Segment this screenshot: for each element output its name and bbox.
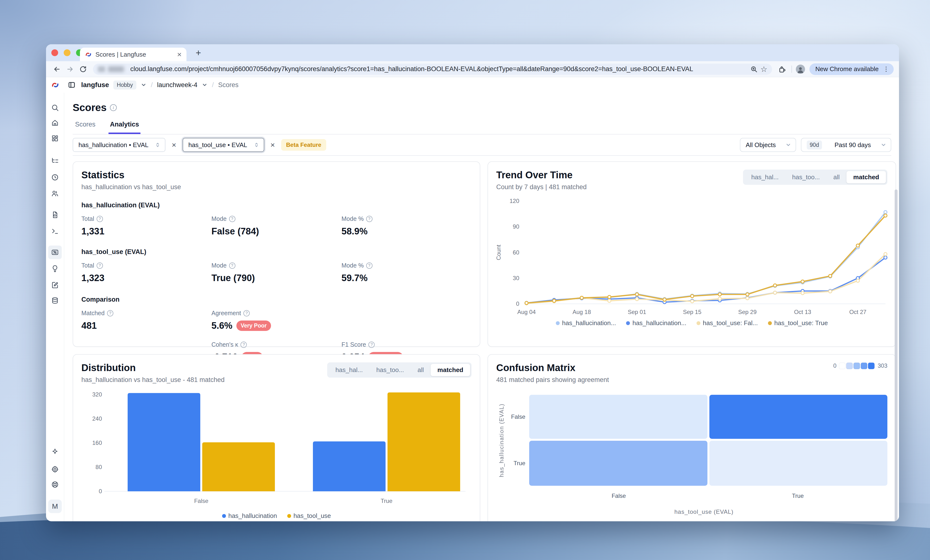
new-chrome-available-button[interactable]: New Chrome available ⋮ <box>809 63 894 75</box>
new-tab-button[interactable]: + <box>193 48 203 58</box>
distribution-tab-all[interactable]: all <box>411 364 431 376</box>
remove-score2-button[interactable]: × <box>269 141 277 149</box>
help-icon[interactable]: ? <box>243 310 250 316</box>
help-icon[interactable]: ? <box>229 216 236 222</box>
trend-title: Trend Over Time <box>496 170 587 181</box>
confusion-cell-True-False <box>529 441 707 486</box>
project-name[interactable]: launchweek-4 <box>157 81 197 89</box>
svg-text:30: 30 <box>513 275 519 281</box>
help-icon[interactable]: ? <box>366 262 373 269</box>
svg-text:Oct 27: Oct 27 <box>849 309 867 315</box>
remove-score1-button[interactable]: × <box>170 141 178 149</box>
help-icon[interactable]: ? <box>229 262 236 269</box>
svg-text:False: False <box>194 498 208 504</box>
distribution-chart: 080160240320FalseTrue <box>82 384 471 506</box>
browser-menu-kebab-icon[interactable]: ⋮ <box>881 65 891 73</box>
confusion-col-label: False <box>529 492 708 499</box>
browser-window: Scores | Langfuse × + cloud.langfuse.com… <box>46 44 899 521</box>
scale-swatch <box>868 363 875 369</box>
sidebar-toggle-icon[interactable] <box>66 79 77 91</box>
sidebar-home-icon[interactable] <box>50 118 60 128</box>
trend-tab-matched[interactable]: matched <box>847 171 886 183</box>
distribution-tab-score2[interactable]: has_too... <box>370 364 411 376</box>
breadcrumb: langfuse Hobby / launchweek-4 / Scores <box>77 81 239 89</box>
sidebar-datasets-icon[interactable] <box>50 295 60 306</box>
object-type-select[interactable]: All Objects <box>740 138 796 152</box>
sidebar-search-icon[interactable] <box>50 102 60 113</box>
sidebar-ask-ai-icon[interactable] <box>50 446 60 457</box>
svg-text:0: 0 <box>99 488 102 494</box>
confusion-card: Confusion Matrix 481 matched pairs showi… <box>488 354 896 521</box>
confusion-color-scale: 0 303 <box>833 362 887 369</box>
distribution-tab-score1[interactable]: has_hal... <box>329 364 370 376</box>
page-scrollbar-thumb[interactable] <box>895 189 898 521</box>
address-bar[interactable]: cloud.langfuse.com/project/cmhnuoj660007… <box>93 64 772 75</box>
score1-select[interactable]: has_hallucination • EVAL <box>73 138 165 152</box>
forward-button[interactable] <box>65 64 75 75</box>
distribution-view-tabs: has_hal... has_too... all matched <box>327 362 471 377</box>
svg-text:60: 60 <box>513 249 519 256</box>
browser-profile-avatar[interactable] <box>796 64 805 74</box>
url-text[interactable]: cloud.langfuse.com/project/cmhnuoj660007… <box>130 65 693 73</box>
org-name[interactable]: langfuse <box>81 81 109 89</box>
plan-badge: Hobby <box>113 81 136 89</box>
confusion-grid <box>529 395 887 486</box>
help-icon[interactable]: ? <box>366 216 373 222</box>
metric-mode-pct: Mode %? 58.9% <box>342 215 471 236</box>
svg-text:True: True <box>381 498 393 504</box>
distribution-tab-matched[interactable]: matched <box>431 364 470 376</box>
sidebar-prompts-icon[interactable] <box>50 210 60 220</box>
site-permission-icon[interactable] <box>98 66 105 72</box>
help-icon[interactable]: ? <box>107 310 113 316</box>
filter-bar: has_hallucination • EVAL × has_tool_use … <box>73 135 891 156</box>
score2-select[interactable]: has_tool_use • EVAL <box>183 138 264 152</box>
scale-swatches <box>839 363 875 369</box>
langfuse-logo[interactable] <box>46 81 64 89</box>
sidebar-tracing-icon[interactable] <box>50 155 60 166</box>
metric-matched: Matched? 481 <box>82 310 211 331</box>
confusion-row-label: True <box>507 441 529 486</box>
reload-button[interactable] <box>77 64 89 75</box>
extensions-puzzle-icon[interactable] <box>776 64 788 75</box>
sidebar-evals-icon[interactable] <box>50 263 60 274</box>
trend-tab-score1[interactable]: has_hal... <box>744 171 785 183</box>
zoom-page-icon[interactable] <box>750 66 758 73</box>
agreement-badge: Very Poor <box>236 321 271 331</box>
help-icon[interactable]: ? <box>97 262 103 269</box>
sidebar-settings-gear-icon[interactable] <box>50 464 60 475</box>
back-button[interactable] <box>51 64 63 75</box>
legend-dot <box>626 321 630 325</box>
updown-caret-icon <box>155 142 160 148</box>
sidebar-scores-icon-active[interactable] <box>48 245 62 259</box>
bookmark-star-icon[interactable]: ☆ <box>761 64 767 74</box>
sidebar-support-icon[interactable] <box>50 479 60 490</box>
tab-close-icon[interactable]: × <box>177 51 182 58</box>
sidebar-sessions-icon[interactable] <box>50 172 60 183</box>
date-range-select[interactable]: 90d Past 90 days <box>801 138 891 152</box>
project-chevron-down-icon[interactable] <box>202 82 208 88</box>
org-chevron-down-icon[interactable] <box>141 82 146 88</box>
sidebar-dashboards-icon[interactable] <box>50 133 60 144</box>
close-window-button[interactable] <box>51 49 58 56</box>
svg-text:Aug 04: Aug 04 <box>517 309 536 315</box>
metric-mode: Mode? True (790) <box>211 262 342 283</box>
help-icon[interactable]: ? <box>368 342 375 348</box>
trend-tab-score2[interactable]: has_too... <box>785 171 827 183</box>
tab-scores[interactable]: Scores <box>74 121 97 134</box>
trend-tab-all[interactable]: all <box>827 171 847 183</box>
sidebar-playground-icon[interactable] <box>50 226 60 236</box>
main-content: Scores i Scores Analytics has_hallucinat… <box>64 93 899 521</box>
minimize-window-button[interactable] <box>64 49 71 56</box>
statistics-subtitle: has_hallucination vs has_tool_use <box>82 183 471 191</box>
user-avatar[interactable]: M <box>48 500 62 513</box>
tab-analytics[interactable]: Analytics <box>108 121 140 134</box>
info-icon[interactable]: i <box>110 104 117 111</box>
help-icon[interactable]: ? <box>97 216 103 222</box>
chevron-down-icon <box>785 142 791 148</box>
browser-tab[interactable]: Scores | Langfuse × <box>80 48 186 61</box>
sidebar-users-icon[interactable] <box>50 188 60 199</box>
help-icon[interactable]: ? <box>240 342 247 348</box>
sidebar-annotation-icon[interactable] <box>50 280 60 290</box>
metric-total: Total? 1,331 <box>82 215 211 236</box>
app-header: langfuse Hobby / launchweek-4 / Scores <box>46 77 899 93</box>
